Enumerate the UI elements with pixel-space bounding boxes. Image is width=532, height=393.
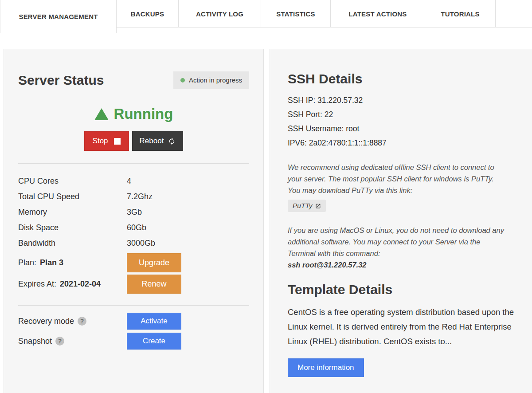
expires-row: Expires At: 2021-02-04 Renew bbox=[18, 275, 249, 294]
ssh-info: SSH IP: 31.220.57.32 SSH Port: 22 SSH Us… bbox=[288, 93, 515, 150]
recovery-mode-label-text: Recovery mode bbox=[18, 317, 74, 326]
action-in-progress-badge: Action in progress bbox=[173, 71, 249, 89]
template-details-title: Template Details bbox=[288, 282, 515, 297]
server-status-title: Server Status bbox=[18, 73, 104, 87]
ssh-details-panel: SSH Details SSH IP: 31.220.57.32 SSH Por… bbox=[270, 49, 532, 393]
plan-label-text: Plan: bbox=[18, 258, 36, 267]
stop-button[interactable]: Stop bbox=[84, 131, 129, 151]
snapshot-label-text: Snapshot bbox=[18, 337, 52, 346]
spec-row-cpu-speed: Total CPU Speed 7.2Ghz bbox=[18, 189, 249, 204]
server-specs: CPU Cores 4 Total CPU Speed 7.2Ghz Memor… bbox=[18, 173, 249, 251]
server-running-status: Running bbox=[18, 106, 249, 122]
spec-row-memory: Memory 3Gb bbox=[18, 204, 249, 220]
putty-download-link[interactable]: PuTTy bbox=[288, 200, 326, 212]
help-icon[interactable] bbox=[78, 317, 86, 326]
renew-button[interactable]: Renew bbox=[127, 275, 181, 294]
recovery-mode-row: Recovery mode Activate bbox=[18, 313, 249, 330]
terminal-note-text: If you are using MacOS or Linux, you do … bbox=[288, 226, 504, 257]
create-snapshot-button[interactable]: Create bbox=[127, 333, 181, 350]
spec-label: CPU Cores bbox=[18, 176, 127, 187]
status-dot-icon bbox=[180, 78, 185, 83]
power-actions: Stop Reboot bbox=[18, 131, 249, 151]
tab-statistics[interactable]: STATISTICS bbox=[261, 0, 331, 28]
putty-link-label: PuTTy bbox=[293, 202, 313, 210]
divider bbox=[18, 163, 249, 164]
badge-label: Action in progress bbox=[189, 76, 242, 84]
ssh-details-title: SSH Details bbox=[288, 71, 515, 86]
reboot-button-label: Reboot bbox=[140, 137, 164, 145]
spec-value: 60Gb bbox=[127, 222, 146, 233]
activate-recovery-button[interactable]: Activate bbox=[127, 313, 181, 330]
divider bbox=[18, 305, 249, 306]
spec-row-disk-space: Disk Space 60Gb bbox=[18, 220, 249, 236]
stop-icon bbox=[114, 138, 121, 145]
tab-tutorials[interactable]: TUTORIALS bbox=[425, 0, 496, 28]
help-icon[interactable] bbox=[55, 337, 64, 346]
spec-row-bandwidth: Bandwidth 3000Gb bbox=[18, 236, 249, 251]
spec-row-cpu-cores: CPU Cores 4 bbox=[18, 173, 249, 189]
spec-value: 7.2Ghz bbox=[127, 191, 153, 202]
terminal-note: If you are using MacOS or Linux, you do … bbox=[288, 224, 506, 271]
putty-note: We recommend using dedicated offline SSH… bbox=[288, 161, 506, 196]
spec-value: 4 bbox=[127, 176, 131, 187]
plan-row: Plan: Plan 3 Upgrade bbox=[18, 253, 249, 272]
expires-label-text: Expires At: bbox=[18, 279, 56, 289]
expires-label: Expires At: 2021-02-04 bbox=[18, 279, 127, 289]
plan-value: Plan 3 bbox=[40, 258, 63, 267]
plan-label: Plan: Plan 3 bbox=[18, 258, 127, 267]
tab-server-management[interactable]: SERVER MANAGEMENT bbox=[0, 0, 117, 33]
upgrade-button[interactable]: Upgrade bbox=[127, 253, 181, 272]
refresh-icon bbox=[168, 138, 176, 145]
tab-activity-log[interactable]: ACTIVITY LOG bbox=[179, 0, 261, 28]
reboot-button[interactable]: Reboot bbox=[132, 131, 184, 151]
tab-backups[interactable]: BACKUPS bbox=[117, 0, 179, 28]
spec-value: 3Gb bbox=[127, 207, 142, 218]
tab-latest-actions[interactable]: LATEST ACTIONS bbox=[331, 0, 425, 28]
snapshot-label: Snapshot bbox=[18, 337, 127, 346]
ssh-ipv6: IPV6: 2a02:4780:1:1::1:8887 bbox=[288, 136, 515, 150]
ssh-ip: SSH IP: 31.220.57.32 bbox=[288, 93, 515, 107]
status-up-triangle-icon bbox=[94, 108, 109, 120]
spec-label: Memory bbox=[18, 207, 127, 218]
stop-button-label: Stop bbox=[93, 137, 108, 145]
spec-label: Disk Space bbox=[18, 222, 127, 233]
spec-label: Bandwidth bbox=[18, 238, 127, 249]
expires-value: 2021-02-04 bbox=[60, 279, 101, 289]
spec-label: Total CPU Speed bbox=[18, 191, 127, 202]
ssh-username: SSH Username: root bbox=[288, 122, 515, 136]
more-information-button[interactable]: More information bbox=[288, 358, 364, 377]
server-status-panel: Server Status Action in progress Running… bbox=[4, 49, 264, 393]
ssh-port: SSH Port: 22 bbox=[288, 107, 515, 122]
template-description: CentOS is a free operating system distri… bbox=[288, 305, 515, 349]
tab-bar: SERVER MANAGEMENT BACKUPS ACTIVITY LOG S… bbox=[0, 0, 532, 33]
snapshot-row: Snapshot Create bbox=[18, 333, 249, 350]
status-label: Running bbox=[114, 106, 173, 122]
external-link-icon bbox=[315, 203, 321, 209]
spec-value: 3000Gb bbox=[127, 238, 155, 249]
ssh-command: ssh root@31.220.57.32 bbox=[288, 261, 367, 269]
recovery-mode-label: Recovery mode bbox=[18, 317, 127, 326]
server-status-header: Server Status Action in progress bbox=[18, 71, 249, 89]
